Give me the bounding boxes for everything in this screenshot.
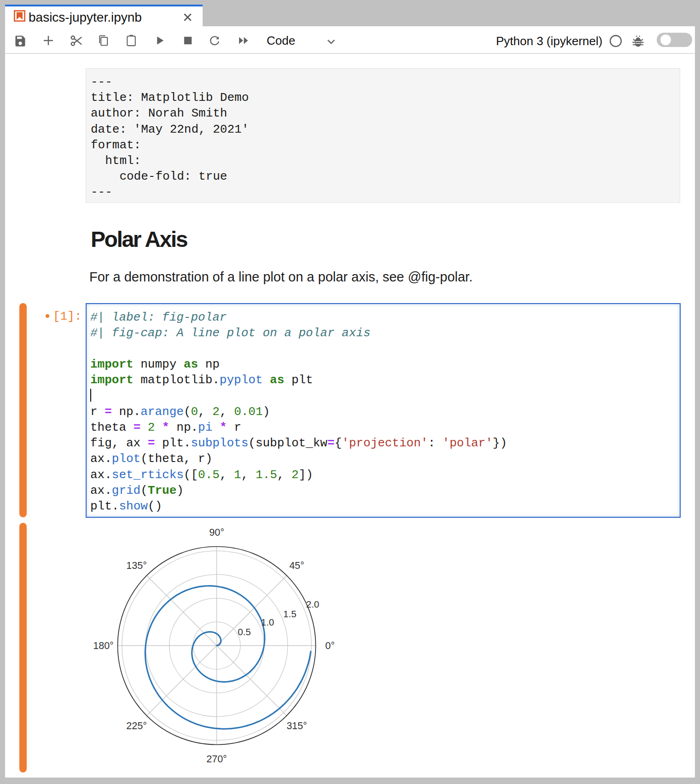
svg-text:315°: 315° (286, 720, 307, 731)
svg-text:90°: 90° (209, 527, 224, 538)
svg-text:1.5: 1.5 (283, 608, 297, 619)
svg-text:0.5: 0.5 (238, 626, 251, 637)
svg-text:180°: 180° (93, 640, 113, 651)
svg-text:45°: 45° (289, 560, 304, 571)
svg-text:2.0: 2.0 (306, 599, 320, 609)
svg-text:225°: 225° (126, 720, 146, 731)
svg-text:270°: 270° (206, 754, 227, 765)
svg-text:0°: 0° (325, 640, 335, 651)
svg-text:1.0: 1.0 (261, 617, 274, 627)
svg-text:135°: 135° (126, 560, 146, 571)
